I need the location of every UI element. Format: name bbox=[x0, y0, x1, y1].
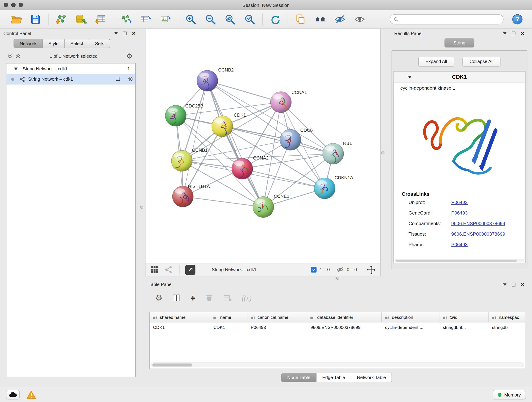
network-node-HIST1H1A[interactable]: HIST1H1A bbox=[172, 184, 210, 207]
network-node-CCNB1[interactable]: CCNB1 bbox=[171, 148, 208, 172]
network-edge[interactable] bbox=[242, 169, 325, 188]
show-columns-icon[interactable] bbox=[172, 294, 181, 303]
column-header-namespac[interactable]: namespac bbox=[488, 312, 525, 322]
tab-string[interactable]: String bbox=[444, 38, 474, 47]
network-edge[interactable] bbox=[207, 81, 263, 207]
share-network-icon[interactable] bbox=[164, 265, 173, 274]
show-all-button[interactable] bbox=[352, 12, 367, 27]
close-panel-icon[interactable]: ✕ bbox=[132, 31, 136, 36]
table-cell: cyclin-dependent ... bbox=[382, 322, 439, 332]
crosslink-link[interactable]: 9606.ENSP00000378699 bbox=[451, 231, 505, 236]
export-image-button[interactable] bbox=[157, 12, 173, 27]
minimize-window-button[interactable] bbox=[11, 3, 16, 7]
search-input[interactable] bbox=[401, 17, 500, 22]
network-canvas[interactable]: CCNB2CCNA1CDC25BCDK1CDC6RB1CCNB1CCNA2CDK… bbox=[146, 29, 380, 263]
import-table-from-file-button[interactable] bbox=[93, 12, 108, 27]
column-header--id[interactable]: @id bbox=[439, 312, 489, 322]
network-node-CCNA1[interactable]: CCNA1 bbox=[270, 90, 307, 113]
collapse-all-button[interactable]: Collapse All bbox=[462, 57, 500, 66]
float-panel-icon[interactable] bbox=[512, 32, 515, 35]
table-row[interactable]: CDK1CDK1P064939606.ENSP00000378699cyclin… bbox=[150, 322, 525, 332]
hidden-eye-slash-icon[interactable] bbox=[336, 266, 344, 274]
crosslink-link[interactable]: P06493 bbox=[451, 199, 468, 205]
table-tab-node-table[interactable]: Node Table bbox=[282, 373, 317, 382]
function-builder-icon[interactable]: f(x) bbox=[242, 294, 252, 302]
column-header-description[interactable]: description bbox=[382, 312, 439, 322]
tree-expander-icon[interactable] bbox=[14, 67, 18, 70]
home-button[interactable] bbox=[312, 12, 328, 27]
close-panel-icon[interactable]: ✕ bbox=[520, 282, 525, 287]
right-splitter-grip[interactable] bbox=[381, 151, 384, 154]
expand-all-button[interactable]: Expand All bbox=[418, 57, 454, 66]
tab-select[interactable]: Select bbox=[65, 39, 89, 48]
crosslink-link[interactable]: 9606.ENSP00000378699 bbox=[451, 220, 505, 226]
bottom-splitter-grip[interactable] bbox=[336, 277, 339, 280]
crosslink-link[interactable]: P06493 bbox=[451, 210, 468, 216]
panel-menu-icon[interactable] bbox=[114, 32, 118, 34]
save-session-button[interactable] bbox=[28, 12, 43, 27]
tab-network[interactable]: Network bbox=[14, 39, 43, 48]
zoom-fit-button[interactable] bbox=[222, 12, 238, 27]
close-window-button[interactable] bbox=[4, 3, 8, 7]
add-column-icon[interactable]: + bbox=[190, 293, 196, 303]
network-tree-item[interactable]: String Network – cdk1 11 48 bbox=[6, 74, 135, 85]
pan-move-icon[interactable] bbox=[367, 265, 376, 274]
zoom-out-button[interactable] bbox=[203, 12, 218, 27]
close-panel-icon[interactable]: ✕ bbox=[520, 31, 525, 36]
table-options-gear-icon[interactable]: ⚙ bbox=[155, 294, 162, 302]
network-collection-row[interactable]: String Network – cdk1 1 bbox=[6, 64, 135, 74]
import-network-from-database-button[interactable] bbox=[73, 12, 89, 27]
expand-all-icon[interactable] bbox=[15, 53, 21, 59]
panel-menu-icon[interactable] bbox=[503, 32, 507, 34]
panel-menu-icon[interactable] bbox=[503, 283, 507, 286]
open-session-button[interactable] bbox=[8, 12, 24, 27]
delete-table-icon[interactable] bbox=[223, 294, 232, 303]
help-button[interactable]: ? bbox=[512, 14, 522, 24]
zoom-selected-button[interactable] bbox=[242, 12, 258, 27]
duplicate-page-button[interactable] bbox=[293, 12, 308, 27]
network-edge[interactable] bbox=[183, 81, 207, 196]
network-node-RB1[interactable]: RB1 bbox=[323, 141, 352, 164]
crosslink-label: Compartments: bbox=[409, 220, 451, 226]
fullscreen-window-button[interactable] bbox=[19, 3, 23, 7]
zoom-in-button[interactable] bbox=[183, 12, 198, 27]
collapse-all-icon[interactable] bbox=[7, 53, 13, 59]
grid-view-icon[interactable] bbox=[150, 265, 159, 274]
import-network-from-file-button[interactable] bbox=[53, 12, 69, 27]
tab-sets[interactable]: Sets bbox=[89, 39, 110, 48]
crosslink-link[interactable]: P06493 bbox=[451, 242, 468, 247]
network-edge[interactable] bbox=[183, 196, 263, 207]
table-tab-network-table[interactable]: Network Table bbox=[351, 373, 392, 382]
delete-column-icon[interactable] bbox=[205, 294, 214, 303]
results-horizontal-scrollbar[interactable] bbox=[394, 259, 524, 262]
float-panel-icon[interactable] bbox=[512, 283, 515, 286]
new-network-from-table-button[interactable] bbox=[138, 12, 153, 27]
network-options-gear-icon[interactable]: ⚙ bbox=[126, 53, 133, 60]
cloud-button[interactable] bbox=[6, 390, 20, 400]
column-header-canonical-name[interactable]: canonical name bbox=[247, 312, 307, 322]
left-splitter-grip[interactable] bbox=[140, 206, 143, 209]
section-expander-icon[interactable] bbox=[408, 76, 412, 78]
network-edge[interactable] bbox=[207, 81, 281, 102]
network-node-CDK1[interactable]: CDK1 bbox=[212, 113, 246, 137]
tab-style[interactable]: Style bbox=[43, 39, 65, 48]
warning-icon[interactable] bbox=[27, 390, 36, 399]
zoom-selected-icon bbox=[244, 13, 255, 25]
column-header-database-identifier[interactable]: database identifier bbox=[307, 312, 382, 322]
clone-network-button[interactable] bbox=[118, 12, 133, 27]
memory-button[interactable]: Memory bbox=[493, 390, 526, 400]
network-node-CCNB2[interactable]: CCNB2 bbox=[197, 67, 234, 91]
crosslink-label: Pharos: bbox=[409, 242, 451, 247]
float-panel-icon[interactable] bbox=[123, 32, 127, 35]
hide-selected-button[interactable] bbox=[332, 12, 348, 27]
gene-section-header[interactable]: CDK1 bbox=[394, 71, 525, 83]
table-horizontal-scrollbar[interactable] bbox=[151, 363, 524, 367]
selected-checkbox-icon[interactable] bbox=[311, 267, 317, 273]
refresh-view-button[interactable] bbox=[267, 12, 283, 27]
open-in-new-window-button[interactable] bbox=[185, 264, 196, 274]
table-cell: P06493 bbox=[247, 322, 307, 332]
column-header-name[interactable]: name bbox=[210, 312, 247, 322]
table-tab-edge-table[interactable]: Edge Table bbox=[317, 373, 351, 382]
column-header-shared-name[interactable]: shared name bbox=[150, 312, 210, 322]
help-glyph: ? bbox=[516, 16, 519, 23]
